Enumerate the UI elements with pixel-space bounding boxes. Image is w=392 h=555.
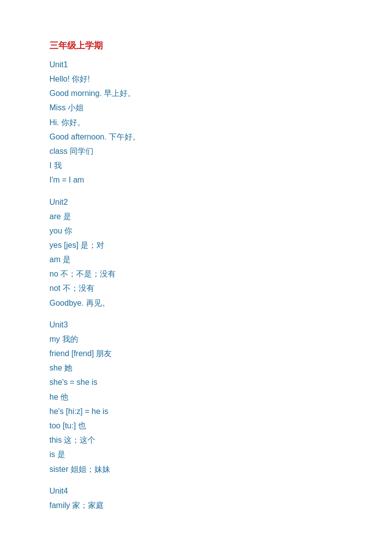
vocab-line: yes [jes] 是；对 bbox=[49, 238, 343, 252]
vocab-line: Miss 小姐 bbox=[49, 101, 343, 114]
vocab-line: friend [frend] 朋友 bbox=[49, 347, 343, 360]
vocab-line: class 同学们 bbox=[49, 144, 343, 158]
vocab-line: are 是 bbox=[49, 210, 343, 223]
vocab-line: you 你 bbox=[49, 224, 343, 237]
vocab-line: Goodbye. 再见。 bbox=[49, 296, 343, 310]
vocab-line: Good morning. 早上好。 bbox=[49, 87, 343, 100]
vocab-line: this 这；这个 bbox=[49, 433, 343, 447]
vocab-line: is 是 bbox=[49, 448, 343, 461]
unit-title-unit1: Unit1 bbox=[49, 60, 343, 69]
unit-title-unit2: Unit2 bbox=[49, 198, 343, 207]
vocab-line: he 他 bbox=[49, 390, 343, 404]
unit-title-unit4: Unit4 bbox=[49, 487, 343, 496]
vocab-line: Good afternoon. 下午好。 bbox=[49, 130, 343, 143]
unit-block-unit2: Unit2are 是you 你yes [jes] 是；对am 是no 不；不是；… bbox=[49, 198, 343, 310]
vocab-line: she's = she is bbox=[49, 375, 343, 389]
vocab-line: Hi. 你好。 bbox=[49, 116, 343, 129]
vocab-line: I'm = I am bbox=[49, 173, 343, 186]
vocab-line: family 家；家庭 bbox=[49, 499, 343, 512]
unit-block-unit1: Unit1Hello! 你好!Good morning. 早上好。Miss 小姐… bbox=[49, 60, 343, 187]
vocab-line: no 不；不是；没有 bbox=[49, 267, 343, 280]
unit-block-unit4: Unit4family 家；家庭 bbox=[49, 487, 343, 512]
unit-title-unit3: Unit3 bbox=[49, 321, 343, 329]
vocab-line: too [tu:] 也 bbox=[49, 419, 343, 432]
vocab-line: sister 姐姐；妹妹 bbox=[49, 462, 343, 476]
vocab-line: am 是 bbox=[49, 253, 343, 266]
vocab-line: he's [hi:z] = he is bbox=[49, 405, 343, 418]
page-title: 三年级上学期 bbox=[49, 40, 343, 51]
vocab-line: I 我 bbox=[49, 159, 343, 172]
unit-block-unit3: Unit3my 我的friend [frend] 朋友she 她she's = … bbox=[49, 321, 343, 476]
vocab-line: my 我的 bbox=[49, 332, 343, 346]
vocab-line: she 她 bbox=[49, 361, 343, 374]
vocab-line: Hello! 你好! bbox=[49, 72, 343, 86]
vocab-line: not 不；没有 bbox=[49, 281, 343, 295]
